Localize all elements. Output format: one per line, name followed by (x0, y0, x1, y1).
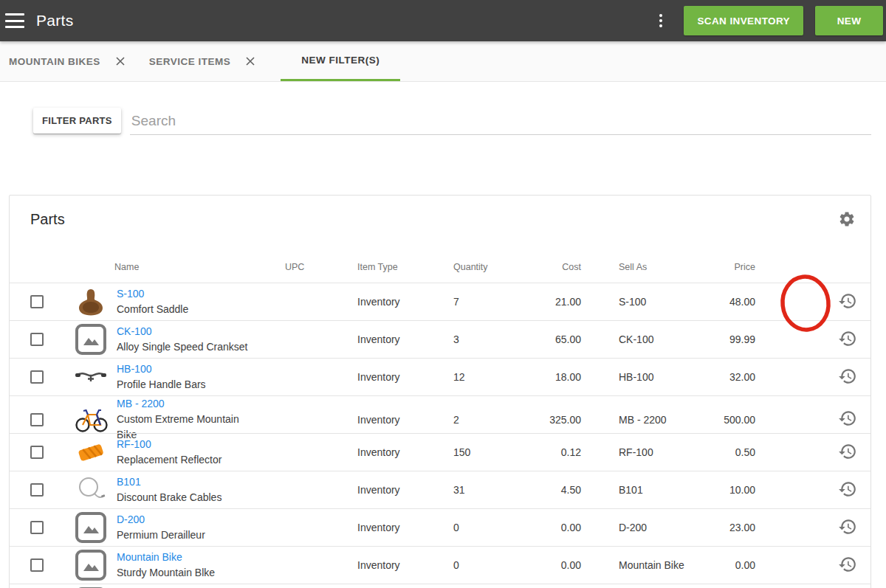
cell-item-type: Inventory (324, 484, 414, 496)
table-header-row: Name UPC Item Type Quantity Cost Sell As… (10, 252, 870, 283)
item-image[interactable] (75, 286, 107, 318)
search-input[interactable] (130, 108, 871, 135)
app-header: Parts SCAN INVENTORY NEW (0, 0, 886, 41)
row-checkbox[interactable] (30, 370, 44, 384)
history-icon[interactable] (838, 480, 857, 501)
filter-tabs: MOUNTAIN BIKES SERVICE ITEMS NEW FILTER(… (0, 41, 886, 82)
history-icon[interactable] (838, 409, 857, 430)
hamburger-menu-icon[interactable] (5, 13, 24, 28)
item-name-link[interactable]: CK-100 (117, 324, 151, 339)
cell-price: 0.00 (707, 559, 764, 571)
cell-cost: 21.00 (500, 296, 583, 308)
cell-price: 32.00 (707, 371, 764, 383)
item-image[interactable] (75, 436, 107, 468)
item-name-link[interactable]: Mountain Bike (117, 550, 182, 565)
close-icon[interactable] (115, 56, 126, 66)
cell-price: 10.00 (707, 484, 764, 496)
row-checkbox[interactable] (30, 295, 44, 308)
item-name-link[interactable]: S-100 (117, 286, 144, 302)
row-checkbox[interactable] (30, 413, 44, 426)
cell-cost: 325.00 (500, 414, 583, 426)
table-row: CK-100 Alloy Single Speed Crankset Inven… (10, 320, 870, 358)
tab-mountain-bikes[interactable]: MOUNTAIN BIKES (7, 41, 148, 81)
column-header-quantity[interactable]: Quantity (414, 262, 500, 272)
history-icon[interactable] (838, 442, 857, 463)
history-icon[interactable] (838, 291, 857, 313)
cell-price: 23.00 (707, 522, 764, 533)
cell-cost: 65.00 (500, 333, 583, 345)
cell-item-type: Inventory (324, 522, 414, 533)
cell-item-type: Inventory (324, 371, 414, 383)
item-description: Comfort Saddle (117, 302, 252, 317)
column-header-upc[interactable]: UPC (252, 262, 324, 272)
item-image[interactable] (75, 361, 107, 393)
parts-card: Parts Name UPC Item Type Quantity Cost S… (9, 195, 871, 588)
table-body: S-100 Comfort Saddle Inventory 7 21.00 S… (10, 283, 870, 588)
item-image[interactable] (75, 404, 107, 436)
column-header-cost[interactable]: Cost (500, 262, 583, 272)
cell-quantity: 7 (414, 296, 500, 308)
cell-cost: 0.00 (500, 522, 583, 533)
item-description: Sturdy Mountain Blke (117, 565, 252, 581)
table-row: D-200 Permium Derailleur Inventory 0 0.0… (10, 508, 870, 546)
page-title: Parts (36, 12, 74, 30)
history-icon[interactable] (838, 367, 857, 388)
table-row: RF-100 Replacement Reflector Inventory 1… (10, 433, 870, 471)
tab-service-items[interactable]: SERVICE ITEMS (148, 41, 278, 81)
cell-price: 48.00 (707, 296, 764, 308)
cell-cost: 4.50 (500, 484, 583, 496)
scan-inventory-button[interactable]: SCAN INVENTORY (684, 6, 803, 35)
column-header-price[interactable]: Price (707, 262, 764, 272)
history-icon[interactable] (838, 517, 857, 539)
more-options-icon[interactable] (654, 12, 667, 30)
row-checkbox[interactable] (30, 483, 44, 497)
item-name-link[interactable]: RF-100 (117, 437, 151, 452)
history-icon[interactable] (838, 329, 857, 350)
row-checkbox[interactable] (30, 558, 44, 572)
row-checkbox[interactable] (30, 446, 44, 459)
row-checkbox[interactable] (30, 333, 44, 346)
item-name-link[interactable]: D-200 (117, 512, 145, 528)
cell-quantity: 12 (414, 371, 500, 383)
table-row-partial (10, 584, 870, 588)
row-checkbox[interactable] (30, 521, 44, 534)
item-name-link[interactable]: B101 (117, 474, 141, 490)
filter-parts-button[interactable]: FILTER PARTS (33, 108, 121, 134)
table-row: MB - 2200 Custom Extreme Mountain Bike I… (10, 395, 870, 433)
close-icon[interactable] (245, 56, 255, 66)
item-description: Alloy Single Speed Crankset (117, 339, 252, 355)
item-image[interactable] (75, 549, 107, 581)
column-header-item-type[interactable]: Item Type (324, 262, 414, 272)
item-image[interactable] (75, 323, 107, 356)
card-title: Parts (10, 196, 870, 228)
new-button[interactable]: NEW (815, 6, 883, 35)
table-row: HB-100 Profile Handle Bars Inventory 12 … (10, 358, 870, 395)
tab-new-filters[interactable]: NEW FILTER(S) (281, 41, 400, 81)
item-description: Profile Handle Bars (117, 377, 252, 392)
history-icon[interactable] (838, 555, 857, 576)
table-row: B101 Discount Brake Cables Inventory 31 … (10, 471, 870, 508)
cell-sell-as: S-100 (583, 296, 707, 308)
cell-cost: 0.00 (500, 559, 583, 571)
cell-quantity: 0 (414, 559, 500, 571)
item-description: Replacement Reflector (117, 452, 252, 468)
cell-sell-as: CK-100 (583, 333, 707, 345)
cell-item-type: Inventory (324, 446, 414, 458)
column-header-name[interactable]: Name (114, 262, 252, 272)
item-image[interactable] (75, 511, 107, 544)
cell-price: 99.99 (707, 333, 764, 345)
filter-bar: FILTER PARTS (33, 108, 871, 135)
column-header-sell-as[interactable]: Sell As (583, 262, 707, 272)
gear-icon[interactable] (838, 210, 856, 228)
cell-item-type: Inventory (324, 414, 414, 426)
cell-sell-as: Mountain Bike (583, 559, 707, 571)
cell-sell-as: HB-100 (583, 371, 707, 383)
cell-item-type: Inventory (324, 559, 414, 571)
item-image[interactable] (75, 474, 107, 506)
item-name-link[interactable]: MB - 2200 (117, 396, 165, 412)
cell-cost: 0.12 (500, 446, 583, 458)
cell-quantity: 3 (414, 333, 500, 345)
cell-quantity: 31 (414, 484, 500, 496)
cell-item-type: Inventory (324, 296, 414, 308)
item-name-link[interactable]: HB-100 (117, 362, 151, 377)
